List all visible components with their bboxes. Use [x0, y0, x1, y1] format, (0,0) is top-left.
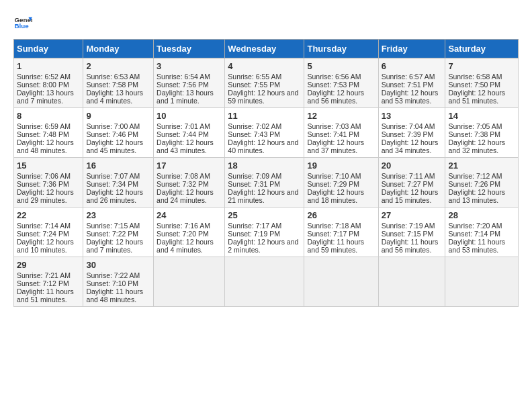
calendar-cell: 21Sunrise: 7:12 AMSunset: 7:26 PMDayligh…	[445, 158, 519, 208]
calendar-week-row: 8Sunrise: 6:59 AMSunset: 7:48 PMDaylight…	[14, 108, 519, 158]
calendar-cell: 28Sunrise: 7:20 AMSunset: 7:14 PMDayligh…	[445, 208, 519, 257]
header-wednesday: Wednesday	[225, 40, 304, 58]
sunset-label: Sunset: 7:20 PM	[157, 230, 209, 238]
svg-text:Blue: Blue	[14, 22, 29, 30]
daylight-label: Daylight: 12 hours and 32 minutes.	[448, 138, 505, 154]
day-number: 28	[448, 210, 515, 220]
sunrise-label: Sunrise: 7:09 AM	[228, 172, 281, 180]
sunrise-label: Sunrise: 7:11 AM	[382, 172, 435, 180]
sunrise-label: Sunrise: 7:12 AM	[448, 172, 502, 180]
sunset-label: Sunset: 7:48 PM	[17, 130, 69, 138]
daylight-label: Daylight: 11 hours and 48 minutes.	[86, 287, 143, 304]
calendar-cell: 2Sunrise: 6:53 AMSunset: 7:58 PMDaylight…	[83, 58, 154, 108]
calendar-cell: 5Sunrise: 6:56 AMSunset: 7:53 PMDaylight…	[304, 58, 378, 108]
sunrise-label: Sunrise: 7:16 AM	[157, 222, 210, 230]
calendar-cell: 10Sunrise: 7:01 AMSunset: 7:44 PMDayligh…	[154, 108, 225, 158]
day-number: 22	[17, 210, 80, 220]
day-number: 29	[17, 260, 80, 270]
header-thursday: Thursday	[304, 40, 378, 58]
daylight-label: Daylight: 12 hours and 51 minutes.	[448, 89, 505, 105]
day-number: 19	[307, 161, 375, 171]
sunrise-label: Sunrise: 6:57 AM	[382, 73, 435, 81]
daylight-label: Daylight: 11 hours and 51 minutes.	[17, 287, 74, 304]
daylight-label: Daylight: 11 hours and 56 minutes.	[382, 238, 439, 254]
sunset-label: Sunset: 7:24 PM	[17, 230, 69, 238]
calendar-week-row: 15Sunrise: 7:06 AMSunset: 7:36 PMDayligh…	[14, 158, 519, 208]
sunrise-label: Sunrise: 6:54 AM	[157, 73, 210, 81]
sunset-label: Sunset: 7:55 PM	[228, 81, 280, 89]
daylight-label: Daylight: 13 hours and 7 minutes.	[17, 89, 74, 105]
sunrise-label: Sunrise: 7:06 AM	[17, 172, 71, 180]
calendar-cell: 16Sunrise: 7:07 AMSunset: 7:34 PMDayligh…	[83, 158, 154, 208]
calendar-cell: 26Sunrise: 7:18 AMSunset: 7:17 PMDayligh…	[304, 208, 378, 257]
daylight-label: Daylight: 12 hours and 18 minutes.	[307, 188, 364, 204]
header-sunday: Sunday	[14, 40, 83, 58]
calendar-week-row: 22Sunrise: 7:14 AMSunset: 7:24 PMDayligh…	[14, 208, 519, 257]
calendar-cell: 12Sunrise: 7:03 AMSunset: 7:41 PMDayligh…	[304, 108, 378, 158]
sunrise-label: Sunrise: 7:15 AM	[86, 222, 140, 230]
daylight-label: Daylight: 12 hours and 2 minutes.	[228, 238, 298, 254]
sunset-label: Sunset: 7:29 PM	[307, 180, 359, 188]
sunset-label: Sunset: 7:36 PM	[17, 180, 69, 188]
sunrise-label: Sunrise: 7:17 AM	[228, 222, 281, 230]
day-number: 25	[228, 210, 301, 220]
sunset-label: Sunset: 7:51 PM	[382, 81, 434, 89]
day-number: 13	[382, 111, 443, 121]
day-number: 17	[157, 161, 222, 171]
sunset-label: Sunset: 7:12 PM	[17, 279, 69, 287]
calendar-cell: 20Sunrise: 7:11 AMSunset: 7:27 PMDayligh…	[378, 158, 445, 208]
daylight-label: Daylight: 12 hours and 53 minutes.	[382, 89, 439, 105]
calendar-cell: 8Sunrise: 6:59 AMSunset: 7:48 PMDaylight…	[14, 108, 83, 158]
sunset-label: Sunset: 7:31 PM	[228, 180, 280, 188]
day-number: 27	[382, 210, 443, 220]
daylight-label: Daylight: 13 hours and 1 minute.	[157, 89, 214, 105]
daylight-label: Daylight: 12 hours and 43 minutes.	[157, 138, 214, 154]
sunrise-label: Sunrise: 6:58 AM	[448, 73, 502, 81]
sunset-label: Sunset: 7:39 PM	[382, 130, 434, 138]
header-friday: Friday	[378, 40, 445, 58]
sunset-label: Sunset: 7:34 PM	[86, 180, 138, 188]
calendar-cell: 23Sunrise: 7:15 AMSunset: 7:22 PMDayligh…	[83, 208, 154, 257]
sunset-label: Sunset: 7:26 PM	[448, 180, 500, 188]
sunrise-label: Sunrise: 7:22 AM	[86, 271, 140, 279]
calendar-week-row: 1Sunrise: 6:52 AMSunset: 8:00 PMDaylight…	[14, 58, 519, 108]
header-monday: Monday	[83, 40, 154, 58]
calendar-cell: 19Sunrise: 7:10 AMSunset: 7:29 PMDayligh…	[304, 158, 378, 208]
calendar-cell: 29Sunrise: 7:21 AMSunset: 7:12 PMDayligh…	[14, 257, 83, 307]
calendar-cell: 14Sunrise: 7:05 AMSunset: 7:38 PMDayligh…	[445, 108, 519, 158]
sunrise-label: Sunrise: 7:01 AM	[157, 122, 210, 130]
daylight-label: Daylight: 12 hours and 26 minutes.	[86, 188, 143, 204]
daylight-label: Daylight: 11 hours and 53 minutes.	[448, 238, 505, 254]
sunrise-label: Sunrise: 7:18 AM	[307, 222, 361, 230]
day-number: 3	[157, 61, 222, 71]
daylight-label: Daylight: 12 hours and 59 minutes.	[228, 89, 298, 105]
daylight-label: Daylight: 12 hours and 4 minutes.	[157, 238, 214, 254]
daylight-label: Daylight: 12 hours and 21 minutes.	[228, 188, 298, 204]
sunrise-label: Sunrise: 7:05 AM	[448, 122, 502, 130]
calendar-cell: 18Sunrise: 7:09 AMSunset: 7:31 PMDayligh…	[225, 158, 304, 208]
day-number: 20	[382, 161, 443, 171]
calendar-cell: 4Sunrise: 6:55 AMSunset: 7:55 PMDaylight…	[225, 58, 304, 108]
sunrise-label: Sunrise: 7:10 AM	[307, 172, 361, 180]
calendar-cell	[378, 257, 445, 307]
day-number: 7	[448, 61, 515, 71]
daylight-label: Daylight: 12 hours and 37 minutes.	[307, 138, 364, 154]
sunrise-label: Sunrise: 6:59 AM	[17, 122, 71, 130]
daylight-label: Daylight: 12 hours and 10 minutes.	[17, 238, 74, 254]
day-number: 18	[228, 161, 301, 171]
sunset-label: Sunset: 7:14 PM	[448, 230, 500, 238]
sunrise-label: Sunrise: 7:08 AM	[157, 172, 210, 180]
calendar-cell: 13Sunrise: 7:04 AMSunset: 7:39 PMDayligh…	[378, 108, 445, 158]
daylight-label: Daylight: 12 hours and 24 minutes.	[157, 188, 214, 204]
day-number: 24	[157, 210, 222, 220]
sunset-label: Sunset: 7:10 PM	[86, 279, 138, 287]
sunrise-label: Sunrise: 7:21 AM	[17, 271, 71, 279]
day-number: 23	[86, 210, 150, 220]
calendar-cell: 17Sunrise: 7:08 AMSunset: 7:32 PMDayligh…	[154, 158, 225, 208]
day-number: 6	[382, 61, 443, 71]
sunrise-label: Sunrise: 7:04 AM	[382, 122, 435, 130]
sunset-label: Sunset: 7:27 PM	[382, 180, 434, 188]
day-number: 5	[307, 61, 375, 71]
sunrise-label: Sunrise: 7:00 AM	[86, 122, 140, 130]
day-number: 11	[228, 111, 301, 121]
